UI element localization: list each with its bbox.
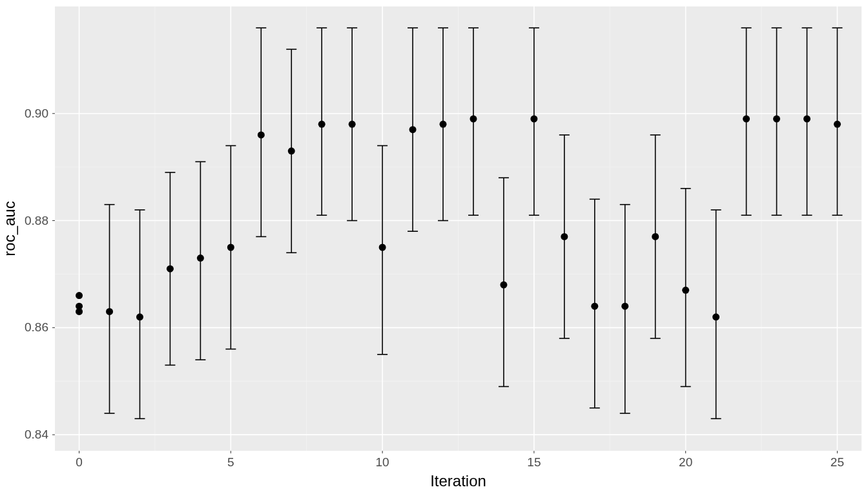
- y-tick-label: 0.90: [25, 107, 48, 120]
- chart-svg: 05101520250.840.860.880.90Iterationroc_a…: [0, 0, 868, 496]
- data-point: [197, 254, 204, 262]
- data-point: [621, 303, 628, 310]
- x-tick-label: 25: [831, 455, 844, 469]
- data-point-initial: [76, 303, 83, 310]
- x-axis: 0510152025: [76, 451, 844, 469]
- data-point: [470, 116, 477, 123]
- data-point: [379, 244, 386, 251]
- x-tick-label: 10: [376, 455, 389, 469]
- data-point: [834, 121, 841, 128]
- data-point: [167, 265, 174, 273]
- x-tick-label: 0: [76, 455, 83, 469]
- x-tick-label: 5: [227, 455, 234, 469]
- data-point: [440, 121, 447, 128]
- data-point: [682, 287, 689, 294]
- x-tick-label: 15: [527, 455, 541, 469]
- y-axis-title: roc_auc: [1, 201, 18, 256]
- data-point: [743, 116, 750, 123]
- data-point: [773, 116, 780, 123]
- y-tick-label: 0.86: [25, 320, 48, 334]
- roc-auc-iteration-chart: 05101520250.840.860.880.90Iterationroc_a…: [0, 0, 868, 496]
- data-point: [500, 282, 507, 289]
- y-axis: 0.840.860.880.90: [25, 107, 55, 441]
- x-axis-title: Iteration: [430, 472, 486, 490]
- y-tick-label: 0.88: [25, 214, 48, 227]
- data-point: [561, 233, 568, 240]
- data-point: [652, 233, 659, 240]
- data-point: [530, 116, 537, 123]
- y-tick-label: 0.84: [25, 428, 48, 441]
- data-point: [136, 313, 143, 320]
- data-point: [258, 131, 265, 138]
- x-tick-label: 20: [679, 455, 692, 469]
- data-point: [227, 244, 234, 251]
- data-point: [318, 121, 326, 128]
- data-point: [288, 147, 295, 154]
- data-point: [712, 313, 719, 320]
- data-point: [106, 308, 113, 315]
- data-point: [803, 116, 811, 123]
- data-point: [349, 121, 356, 128]
- data-point-initial: [76, 292, 83, 299]
- data-point: [409, 126, 417, 133]
- data-point: [591, 303, 598, 310]
